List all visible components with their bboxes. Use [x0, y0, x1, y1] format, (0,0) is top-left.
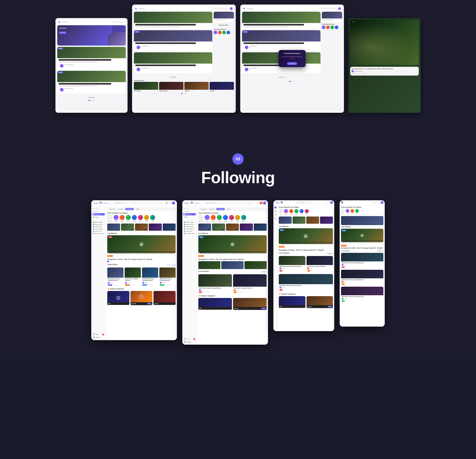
wc-item-1[interactable]: 2020 World Champs Gaming Warzone Two Yi …	[279, 274, 333, 291]
channel-b2[interactable]: Gabriel	[211, 215, 216, 222]
popular-4[interactable]: Popular ▾	[377, 250, 383, 252]
video-5[interactable]: 1.2M	[163, 224, 176, 231]
sidebar-u5[interactable]: Austin Cole	[183, 230, 196, 232]
channel-c3[interactable]: Gabriel	[294, 209, 298, 215]
channel-b6[interactable]: Gabriel	[235, 215, 240, 222]
vg3-2[interactable]	[293, 217, 305, 224]
today-video-1[interactable]: 2020 World Champs Gaming Warzone Two Yi …	[107, 268, 124, 286]
channel-c1[interactable]: Gabriel	[284, 209, 288, 215]
channel-6[interactable]: Gabriel	[144, 215, 149, 222]
load-more-btn-3[interactable]: Load More	[275, 76, 287, 78]
hamburger-3[interactable]	[280, 201, 283, 204]
hamburger-icon[interactable]	[99, 202, 102, 204]
sidebar-austin[interactable]: Austin Cole	[92, 230, 105, 232]
search-bar-3[interactable]: Search Everything	[296, 201, 314, 204]
channel-b3[interactable]: Gabriel	[217, 215, 222, 222]
vg2-4[interactable]: 3.5M	[240, 224, 253, 231]
ch4-3[interactable]: Gabriel	[355, 209, 359, 214]
nav-browse-2[interactable]: Browse ▾	[195, 202, 200, 204]
sidebar-u3[interactable]: Richard Bowman	[183, 225, 196, 228]
lc4-1[interactable]: 2020 World Champs Gaming Warzone Two Yi …	[341, 253, 383, 269]
cat-fortnite[interactable]: Fortnite Follow	[130, 291, 153, 305]
lc4-3[interactable]: 2020 World Champs Gaming Warzone Two Yi …	[341, 287, 383, 303]
vg3-3[interactable]	[306, 217, 319, 224]
topbar-icon-4a[interactable]	[374, 201, 376, 204]
sidebar-arm[interactable]: Arm 2 Branches	[92, 232, 105, 234]
cat-fps[interactable]: FPS	[107, 291, 129, 305]
match-thumb-2[interactable]	[221, 261, 243, 269]
channel-add[interactable]: + Add Yours	[107, 215, 112, 222]
play-btn-2[interactable]: ▶	[230, 242, 235, 247]
hamburger-4[interactable]	[341, 201, 343, 204]
cat-fps-2[interactable]: FPS	[198, 298, 232, 310]
user-avatar-2[interactable]	[263, 201, 266, 205]
channel-2[interactable]: Gabriel	[120, 215, 125, 222]
channel-b7[interactable]: Gabriel	[241, 215, 246, 222]
ch4-1[interactable]: Gabriel	[346, 209, 349, 214]
lc-2[interactable]: Team Flash vs Saigon Phantom Two Yi ✓ Li…	[233, 274, 267, 294]
channel-c4[interactable]: Gabriel	[299, 209, 304, 215]
lc4-2[interactable]: 2020 World Champs Gaming Warzone Two Yi …	[341, 270, 383, 286]
follow-btn-2[interactable]: Follow	[261, 308, 266, 309]
channel-b5[interactable]: Gabriel	[229, 215, 234, 222]
sidebar-icon-4[interactable]	[274, 217, 277, 219]
vg3-1[interactable]	[279, 217, 292, 224]
video-3[interactable]: 1.8M	[135, 224, 148, 231]
vg2-5[interactable]: 1.2M	[254, 224, 267, 231]
cat-3-1[interactable]: FPS	[279, 296, 305, 308]
sidebar-chat[interactable]: 💬 Chat 3	[92, 333, 105, 336]
topbar-icon-2[interactable]	[330, 201, 333, 204]
sidebar-icon-1[interactable]	[274, 206, 277, 209]
topbar-icon-4c[interactable]	[381, 201, 383, 204]
today-video-3[interactable]: 2020 World Champs Gaming Warzone Gabriel…	[142, 268, 158, 286]
sidebar-u2[interactable]: Vincent Parks	[183, 223, 196, 225]
channel-b4[interactable]: Gabriel	[223, 215, 228, 222]
popular-select[interactable]: Popular	[261, 271, 267, 273]
video-4[interactable]: 3.5M	[149, 224, 162, 231]
play-btn-3[interactable]: ▶	[304, 234, 308, 238]
notification-icon[interactable]: 🔔	[165, 202, 168, 204]
follow-fortnite-btn[interactable]: Follow	[147, 303, 152, 304]
live-main-3[interactable]: Live ▶	[279, 228, 333, 244]
sidebar-quinn[interactable]: Quinn Hodges	[92, 221, 105, 223]
sidebar-playlist[interactable]: Playlist	[92, 216, 105, 218]
channel-7[interactable]: Gabriel	[150, 215, 155, 222]
ch4-2[interactable]: Gabriel	[350, 209, 354, 214]
channel-1[interactable]: Gabriel	[114, 215, 119, 222]
tab-trending[interactable]: Trending	[117, 208, 125, 210]
hamburger-2[interactable]	[190, 202, 193, 204]
vg2-3[interactable]: 1.8M	[226, 224, 239, 231]
sort-button[interactable]: Sort by: Trending	[167, 264, 176, 266]
vg3-4[interactable]	[320, 217, 333, 224]
user-avatar[interactable]	[172, 201, 175, 205]
cat-3-2[interactable]: Fortnite Follow	[306, 296, 333, 308]
vg2-2[interactable]: 2.1M	[212, 224, 225, 231]
notif-icon-2[interactable]	[256, 202, 259, 204]
tab-new-feed[interactable]: New Feed	[108, 208, 116, 210]
channel-c5[interactable]: Gabriel	[305, 209, 309, 215]
video-1[interactable]: 4.2M	[107, 224, 120, 231]
today-video-4[interactable]: 2020 World Champs Gaming Warzone Gabriel…	[159, 268, 176, 286]
match-thumb-3[interactable]	[245, 261, 267, 269]
tab-following-2[interactable]: Following	[216, 208, 225, 210]
load-more-btn[interactable]: Load More	[86, 96, 98, 99]
sidebar-settings[interactable]: ⚙️ Settings	[92, 336, 105, 339]
live-match-main[interactable]: Live ▶ 00:45:23	[107, 235, 176, 253]
channel-add-3[interactable]: + Add	[279, 209, 283, 215]
video-2[interactable]: 2.1M	[121, 224, 134, 231]
play-btn-4[interactable]: ▶	[360, 234, 364, 237]
tab-following[interactable]: Following	[125, 208, 134, 210]
ch4-add[interactable]: + Add	[341, 209, 345, 214]
sidebar-lucas[interactable]: Lucas LaMott	[92, 228, 105, 230]
tab-trending-2[interactable]: Trending	[208, 208, 216, 210]
channel-5[interactable]: Gabriel	[138, 215, 143, 222]
sidebar-playlist-2[interactable]: Playlist	[183, 216, 196, 218]
tab-new-feed-2[interactable]: New Feed	[199, 208, 207, 210]
sidebar-following[interactable]: Following	[92, 213, 105, 215]
cat-third[interactable]: Action	[153, 291, 176, 305]
nav-browse[interactable]: Browse ▾	[103, 202, 109, 204]
sidebar-following-2[interactable]: Following	[183, 213, 196, 215]
channel-b1[interactable]: Gabriel	[205, 215, 210, 222]
channel-4[interactable]: Gabriel	[132, 215, 137, 222]
sidebar-vincent[interactable]: Vincent Parks	[92, 223, 105, 225]
